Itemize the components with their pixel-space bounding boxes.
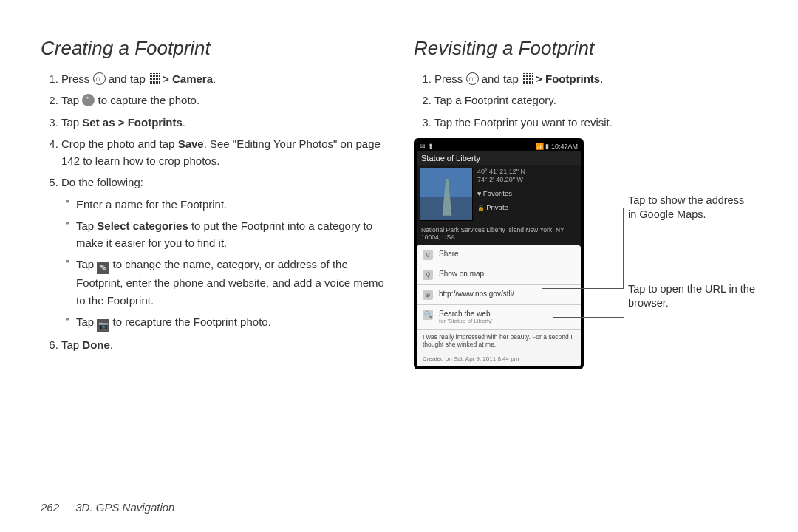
callout-open-url: Tap to open the URL in the browser. [628,282,761,311]
apps-grid-icon [522,73,533,84]
home-icon [466,72,479,85]
callout-line [542,288,624,289]
step-5-4: Tap 📷 to recapture the Footprint photo. [66,313,384,332]
globe-icon: ⊕ [423,290,433,300]
step-1: Press and tap > Camera. [61,70,384,87]
r-step-2: Tap a Footprint category. [434,92,757,109]
coord-lon: 74° 2' 40.20" W [477,176,578,185]
creating-steps: Press and tap > Camera. Tap to capture t… [41,70,384,353]
callout-show-map: Tap to show the address in Google Maps. [628,194,754,222]
created-timestamp: Created on Sat, Apr 9, 2011 8:44 pm [417,352,581,366]
heading-creating: Creating a Footprint [41,37,384,60]
status-bar: ✉ ⬆ 📶 ▮ 10:47AM [417,141,581,151]
row-share[interactable]: V Share [417,245,581,265]
search-icon: 🔍 [423,310,433,320]
apps-grid-icon [149,73,160,84]
shutter-icon [82,94,95,106]
heading-revisiting: Revisiting a Footprint [414,37,757,60]
phone-screenshot: ✉ ⬆ 📶 ▮ 10:47AM Statue of Liberty 40° 41… [414,138,757,369]
page-number: 262 [41,501,59,514]
coord-lat: 40° 41' 21.12" N [477,168,578,177]
status-right: 📶 ▮ 10:47AM [536,143,578,150]
status-left: ✉ ⬆ [420,143,434,150]
page-footer: 262 3D. GPS Navigation [41,501,174,514]
footprint-photo[interactable] [420,168,473,221]
callout-line [553,317,624,318]
r-step-1: Press and tap > Footprints. [434,70,757,87]
tag-favorites[interactable]: Favorites [477,189,578,199]
camera-icon: 📷 [97,319,109,332]
step-5-3: Tap ✎ to change the name, category, or a… [66,256,384,309]
revisiting-steps: Press and tap > Footprints. Tap a Footpr… [414,70,757,131]
r-step-3: Tap the Footprint you want to revisit. [434,114,757,131]
tag-private[interactable]: Private [477,203,578,212]
section-title: 3D. GPS Navigation [75,501,174,514]
creating-footprint-section: Creating a Footprint Press and tap > Cam… [41,37,384,369]
callout-line [623,208,624,288]
step-5: Do the following: Enter a name for the F… [61,174,384,332]
step-2: Tap to capture the photo. [61,92,384,109]
address-text: National Park Services Liberty Island Ne… [417,224,581,245]
voice-memo-text: I was really impressed with her beauty. … [417,330,581,352]
row-show-on-map[interactable]: ⚲ Show on map [417,265,581,285]
share-icon: V [423,250,433,260]
screen-title: Statue of Liberty [417,151,581,165]
step-5-1: Enter a name for the Footprint. [66,196,384,213]
step-5-2: Tap Select categories to put the Footpri… [66,217,384,252]
step-6: Tap Done. [61,336,384,353]
home-icon [93,72,106,85]
map-pin-icon: ⚲ [423,270,433,280]
step-4: Crop the photo and tap Save. See "Editin… [61,135,384,170]
edit-icon: ✎ [97,262,109,274]
step-3: Tap Set as > Footprints. [61,114,384,131]
revisiting-footprint-section: Revisiting a Footprint Press and tap > F… [414,37,757,369]
